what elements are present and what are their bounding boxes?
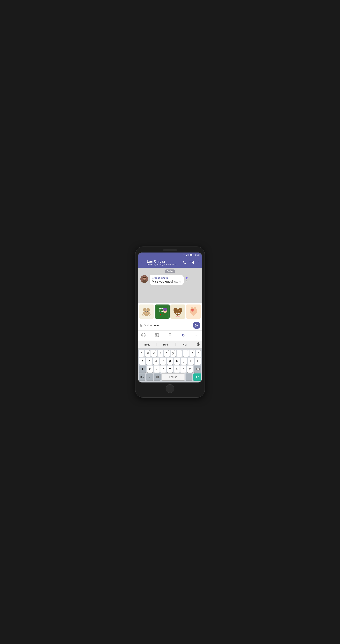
predict-hell-l[interactable]: Hell l [157,342,176,348]
key-e[interactable]: e3 [151,350,157,357]
keyboard-row-2: a s d f g h j k l [139,358,201,364]
wifi-icon [183,254,186,256]
key-k[interactable]: k [188,358,194,364]
call-icon[interactable] [182,260,187,265]
status-icons: 6:23 [183,254,200,256]
key-y[interactable]: y6 [171,350,176,357]
key-g[interactable]: g [167,358,173,364]
chat-header: ← Las Chicas Adrienne, Britney, Camila, … [138,258,202,268]
sticker-label: Sticker [144,324,152,327]
phone-device: 6:23 ← Las Chicas Adrienne, Britney, Cam… [135,247,205,397]
phone-screen: 6:23 ← Las Chicas Adrienne, Britney, Cam… [138,252,202,382]
key-a[interactable]: a [139,358,145,364]
key-q[interactable]: q1 [139,350,144,357]
header-actions: ⋮ [182,260,200,265]
globe-key[interactable] [154,374,161,380]
svg-point-21 [145,311,146,312]
key-c[interactable]: c [160,366,166,372]
input-area: @ Sticker love [138,320,202,331]
reaction-count: 8 [186,280,187,282]
keyboard-row-4: ?1☺ , English . [139,374,201,380]
key-i[interactable]: i8 [183,350,189,357]
svg-marker-10 [192,261,194,264]
sym-key[interactable]: ?1☺ [139,374,145,380]
svg-rect-2 [186,255,187,256]
sticker-toolbar-icon[interactable] [140,332,147,339]
key-n[interactable]: n [181,366,186,372]
svg-rect-51 [168,334,172,337]
predict-hell[interactable]: Hell [176,342,194,348]
sticker-heart-cookie[interactable] [170,304,186,319]
svg-point-37 [176,312,177,313]
svg-marker-0 [183,255,185,256]
battery-icon [190,254,194,256]
more-menu-icon[interactable]: ⋮ [196,260,200,265]
sticker-hand-heart[interactable] [186,304,201,319]
at-symbol: @ [140,324,142,327]
avatar [140,275,148,283]
svg-point-61 [156,376,158,378]
mic-icon[interactable] [194,342,202,346]
key-w[interactable]: w2 [145,350,150,357]
key-t[interactable]: t5 [164,350,170,357]
svg-text:♥: ♥ [144,314,145,316]
sticker-bear[interactable]: ♥ [139,304,154,319]
key-d[interactable]: d [153,358,159,364]
chat-title: Las Chicas [147,259,181,264]
svg-point-55 [196,335,197,336]
svg-point-56 [198,335,198,336]
back-button[interactable]: ← [140,260,145,266]
mention-toolbar-icon[interactable] [180,332,187,339]
keyboard: q1 w2 e3 r4 t5 y6 u7 i8 o9 p0 a s d f g … [138,348,202,382]
svg-point-23 [146,312,147,313]
svg-point-45 [178,316,180,317]
space-key[interactable]: English [161,374,185,380]
predict-bello[interactable]: Bello [138,342,157,348]
home-button[interactable] [165,384,175,393]
sticker-row: ♥ I LOVE ♡ YOU! ♥ ♥ [138,303,202,320]
key-o[interactable]: o9 [190,350,195,357]
svg-rect-49 [155,334,159,337]
svg-rect-5 [188,254,189,256]
key-b[interactable]: b [174,366,180,372]
svg-point-39 [178,313,178,314]
message-input[interactable]: love [153,324,192,327]
key-u[interactable]: u7 [177,350,182,357]
svg-rect-8 [193,255,193,255]
gallery-toolbar-icon[interactable] [153,332,160,339]
enter-key[interactable] [193,374,201,380]
key-s[interactable]: s [146,358,152,364]
keyboard-row-1: q1 w2 e3 r4 t5 y6 u7 i8 o9 p0 [139,350,201,357]
key-j[interactable]: j [181,358,187,364]
video-icon[interactable] [189,261,194,264]
key-h[interactable]: h [174,358,180,364]
message-time: 6:23 PM [174,281,182,283]
key-p[interactable]: p0 [196,350,201,357]
sticker-love-you[interactable]: I LOVE ♡ YOU! ♥ ♥ [155,304,170,319]
predictive-bar: Bello Hell l Hell [138,341,202,348]
key-r[interactable]: r4 [158,350,163,357]
svg-rect-9 [189,261,192,264]
send-button[interactable] [193,322,200,329]
svg-point-18 [144,310,148,314]
svg-text:♥: ♥ [160,313,161,316]
delete-key[interactable] [194,366,201,372]
key-v[interactable]: v [167,366,173,372]
message-content: Miss you guys! 6:23 PM [152,280,182,284]
key-z[interactable]: z [147,366,153,372]
key-l[interactable]: l [195,358,201,364]
typed-text: love [153,324,159,327]
toolbar [138,331,202,341]
key-f[interactable]: f [160,358,166,364]
status-time: 6:23 [195,254,200,256]
key-x[interactable]: x [154,366,159,372]
svg-point-22 [147,311,148,312]
comma-key[interactable]: , [146,374,153,380]
svg-point-47 [142,334,143,335]
key-m[interactable]: m [187,366,193,372]
shift-key[interactable]: ⬆ [139,366,146,372]
period-key[interactable]: . [186,374,192,380]
more-toolbar-icon[interactable] [193,332,200,339]
camera-toolbar-icon[interactable] [166,332,174,339]
message-reaction[interactable]: ♥ 8 [186,276,188,282]
